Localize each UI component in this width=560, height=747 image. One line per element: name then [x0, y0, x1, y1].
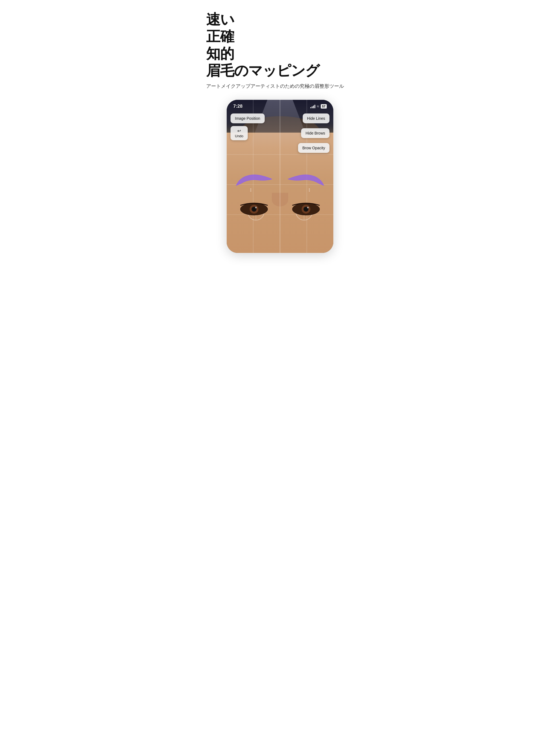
battery-icon: 57 — [321, 104, 327, 108]
page-container: 速い 正確 知的 眉毛のマッピング アートメイクアップアーティストのための究極の… — [206, 11, 354, 253]
headline-text: 速い 正確 知的 眉毛のマッピング — [206, 11, 354, 79]
eye-right — [291, 201, 321, 217]
button-row-2: ↩ Undo Hide Brows — [230, 126, 330, 140]
image-position-button[interactable]: Image Position — [230, 113, 265, 123]
ui-buttons-overlay: Image Position Hide Lines ↩ Undo Hide Br… — [227, 113, 333, 156]
brow-opacity-button[interactable]: Brow Opacity — [298, 143, 330, 153]
undo-arrow-icon: ↩ — [237, 128, 241, 133]
status-time: 7:28 — [233, 104, 243, 109]
phone-mockup-wrapper: 7:28 ≈ 57 — [206, 100, 354, 253]
status-icons: ≈ 57 — [310, 104, 327, 108]
headline-line4: 眉毛のマッピング — [206, 62, 320, 78]
hide-lines-button[interactable]: Hide Lines — [303, 113, 330, 123]
undo-label: Undo — [235, 134, 244, 138]
headline-line3: 知的 — [206, 46, 234, 61]
brow-left — [235, 172, 273, 187]
headline-line1: 速い — [206, 11, 234, 27]
svg-point-21 — [255, 207, 257, 208]
wifi-icon: ≈ — [317, 104, 319, 108]
subtitle-text: アートメイクアップアーティストのための究極の眉整形ツール — [206, 83, 354, 90]
signal-bars-icon — [310, 104, 315, 108]
svg-point-25 — [307, 207, 309, 208]
hide-brows-button[interactable]: Hide Brows — [301, 128, 330, 138]
phone-screen: 7:28 ≈ 57 — [227, 100, 333, 253]
brow-right — [287, 172, 325, 187]
button-row-1: Image Position Hide Lines — [230, 113, 330, 123]
undo-button[interactable]: ↩ Undo — [230, 126, 248, 140]
headline-line2: 正確 — [206, 28, 234, 44]
headline-block: 速い 正確 知的 眉毛のマッピング アートメイクアップアーティストのための究極の… — [206, 11, 354, 90]
button-row-3: Brow Opacity — [230, 143, 330, 153]
eye-left — [239, 201, 269, 217]
status-bar: 7:28 ≈ 57 — [227, 100, 333, 111]
face-image-area: ↕ ↕ — [227, 100, 333, 253]
